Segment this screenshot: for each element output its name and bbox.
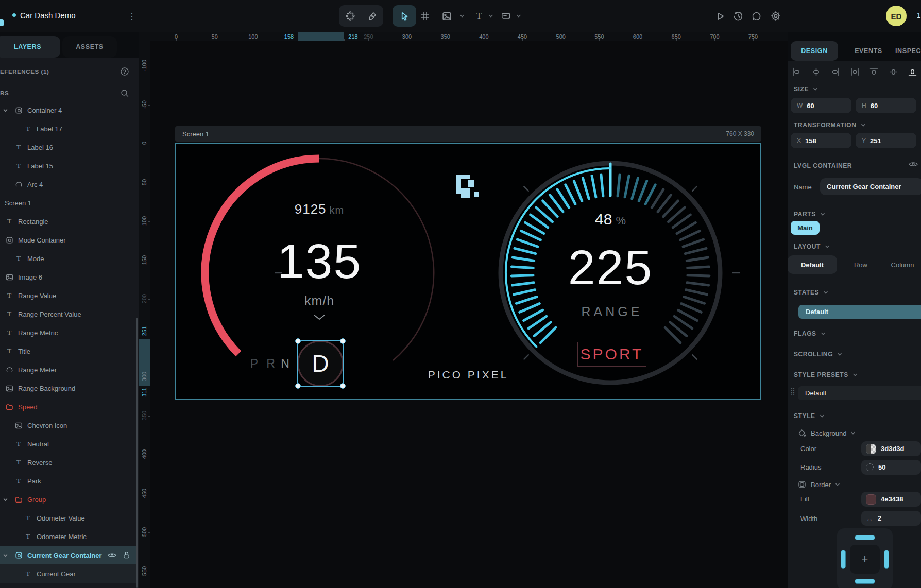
layout-header[interactable]: LAYOUT xyxy=(794,243,830,250)
part-chip-main[interactable]: Main xyxy=(791,221,820,235)
padding-add-button[interactable]: + xyxy=(850,545,880,574)
state-default[interactable]: Default xyxy=(798,305,921,319)
style-header[interactable]: STYLE xyxy=(794,412,825,420)
settings-button[interactable] xyxy=(768,8,783,24)
tab-design[interactable]: DESIGN xyxy=(791,41,838,61)
padding-top-bar[interactable] xyxy=(855,535,875,540)
kebab-menu-icon[interactable]: ⋮ xyxy=(127,9,137,23)
layer-row-container-4[interactable]: Container 4 xyxy=(0,101,137,119)
selection-handle-se[interactable] xyxy=(340,383,346,389)
align-top-icon[interactable] xyxy=(869,67,879,77)
layer-row-range-background[interactable]: Range Background xyxy=(0,379,137,397)
expand-chevron-icon[interactable] xyxy=(3,497,8,503)
selection-handle-ne[interactable] xyxy=(340,338,346,344)
align-bottom-icon[interactable] xyxy=(908,67,917,77)
layer-row-current-gear[interactable]: TCurrent Gear xyxy=(0,564,137,583)
selection-handle-sw[interactable] xyxy=(295,383,301,389)
style-presets-header[interactable]: STYLE PRESETS xyxy=(794,371,858,378)
name-field[interactable]: Current Gear Container xyxy=(820,178,921,195)
expand-chevron-icon[interactable] xyxy=(3,552,8,558)
layer-row-rectangle[interactable]: TRectangle xyxy=(0,212,137,231)
tab-events[interactable]: EVENTS xyxy=(851,41,886,61)
tab-assets[interactable]: ASSETS xyxy=(62,36,117,58)
layer-row-odometer-metric[interactable]: TOdometer Metric xyxy=(0,527,137,546)
width-field[interactable]: W60 xyxy=(791,98,851,113)
radius-field[interactable]: 50 xyxy=(861,460,921,475)
padding-left-bar[interactable] xyxy=(841,550,846,569)
move-tool-button[interactable] xyxy=(339,5,361,27)
flags-header[interactable]: FLAGS xyxy=(794,330,826,337)
border-style-row[interactable]: Border xyxy=(797,480,840,489)
scrolling-header[interactable]: SCROLLING xyxy=(794,351,842,358)
left-panel-scrollbar[interactable] xyxy=(136,318,138,588)
expand-chevron-icon[interactable] xyxy=(3,108,8,113)
project-title[interactable]: Car Dash Demo xyxy=(12,11,76,20)
select-tool-button[interactable] xyxy=(393,5,416,27)
layer-row-chevron-icon[interactable]: Chevron Icon xyxy=(0,416,137,435)
layer-row-park[interactable]: TPark xyxy=(0,472,137,490)
border-fill-field[interactable]: 4e3438 xyxy=(861,492,921,507)
padding-bottom-bar[interactable] xyxy=(855,579,875,584)
bg-color-swatch[interactable] xyxy=(866,444,876,454)
selection-outline[interactable] xyxy=(297,340,344,387)
layer-row-arc-4[interactable]: Arc 4 xyxy=(0,175,137,194)
bg-color-field[interactable]: 3d3d3d xyxy=(861,441,921,456)
frame-tool-button[interactable] xyxy=(417,8,433,24)
layer-row-title[interactable]: TTitle xyxy=(0,342,137,360)
tab-layers[interactable]: LAYERS xyxy=(0,36,60,58)
size-header[interactable]: SIZE xyxy=(794,85,818,93)
play-button[interactable] xyxy=(712,8,728,24)
style-preset-default[interactable]: Default xyxy=(798,386,921,400)
layer-row-mode-container[interactable]: Mode Container xyxy=(0,231,137,249)
screen-label-bar[interactable]: Screen 1 760 X 330 xyxy=(175,126,761,142)
layer-row-range-meter[interactable]: Range Meter xyxy=(0,360,137,379)
tab-inspector[interactable]: INSPEC xyxy=(895,41,921,61)
layer-row-odometer-value[interactable]: TOdometer Value xyxy=(0,509,137,527)
widget-tool-chevron-icon[interactable] xyxy=(516,13,522,19)
x-field[interactable]: X158 xyxy=(791,133,851,148)
layer-row-range-percent-value[interactable]: TRange Percent Value xyxy=(0,305,137,323)
border-fill-swatch[interactable] xyxy=(866,494,876,505)
transformation-header[interactable]: TRANSFORMATION xyxy=(794,122,866,129)
layer-row-reverse[interactable]: TReverse xyxy=(0,453,137,472)
eye-icon[interactable] xyxy=(108,551,116,559)
layout-option-column[interactable]: Column xyxy=(884,255,921,274)
help-icon[interactable] xyxy=(120,67,129,76)
align-center-h-icon[interactable] xyxy=(811,67,821,77)
search-icon[interactable] xyxy=(120,89,129,98)
comments-button[interactable] xyxy=(748,8,764,24)
drag-handle-icon[interactable]: ⣿ xyxy=(790,387,794,395)
image-tool-button[interactable] xyxy=(439,8,454,24)
layer-row-label-17[interactable]: TLabel 17 xyxy=(0,119,137,138)
unlock-icon[interactable] xyxy=(122,551,131,559)
image-tool-chevron-icon[interactable] xyxy=(459,13,465,19)
layer-row-range-metric[interactable]: TRange Metric xyxy=(0,323,137,342)
parts-header[interactable]: PARTS xyxy=(794,211,825,218)
align-right-icon[interactable] xyxy=(830,67,840,77)
layout-option-default[interactable]: Default xyxy=(788,255,837,274)
layer-row-label-15[interactable]: TLabel 15 xyxy=(0,157,137,175)
distribute-h-icon[interactable] xyxy=(850,67,860,77)
align-center-v-icon[interactable] xyxy=(889,67,898,77)
layer-row-neutral[interactable]: TNeutral xyxy=(0,435,137,453)
layer-row-label-16[interactable]: TLabel 16 xyxy=(0,138,137,157)
layer-row-group[interactable]: Group xyxy=(0,490,137,509)
layer-row-image-6[interactable]: Image 6 xyxy=(0,268,137,286)
avatar[interactable]: ED xyxy=(886,6,907,26)
align-left-icon[interactable] xyxy=(792,67,801,77)
text-tool-button[interactable]: T xyxy=(471,8,487,24)
pen-tool-button[interactable] xyxy=(361,5,383,27)
y-field[interactable]: Y251 xyxy=(856,133,916,148)
history-button[interactable] xyxy=(730,8,746,24)
height-field[interactable]: H60 xyxy=(856,98,916,113)
selection-handle-nw[interactable] xyxy=(295,338,301,344)
text-tool-chevron-icon[interactable] xyxy=(488,13,494,19)
widget-tool-button[interactable] xyxy=(499,8,514,24)
layer-row-range-value[interactable]: TRange Value xyxy=(0,286,137,305)
layer-row-mode[interactable]: TMode xyxy=(0,249,137,268)
layer-row-screen-1[interactable]: Screen 1 xyxy=(0,194,137,212)
border-width-field[interactable]: ↔ 2 xyxy=(861,511,921,526)
background-style-row[interactable]: Background xyxy=(797,428,856,438)
eye-icon[interactable] xyxy=(909,161,918,170)
layout-option-row[interactable]: Row xyxy=(845,255,877,274)
